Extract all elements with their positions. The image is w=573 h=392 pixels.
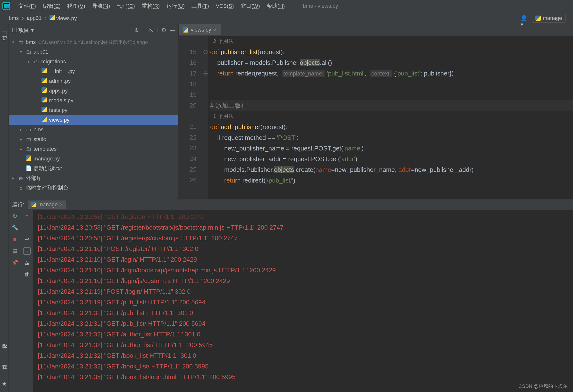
up-arrow-icon[interactable]: ↑ [23, 212, 31, 220]
divider: | [157, 27, 158, 33]
stop-icon[interactable]: ■ [11, 236, 18, 243]
window-title: bms - views.py [303, 3, 338, 9]
python-icon [31, 202, 36, 207]
menu-V[interactable]: 视图(V) [64, 2, 88, 10]
breadcrumb-item[interactable]: views.py [48, 15, 78, 22]
tree-item-testspy[interactable]: tests.py [9, 105, 178, 115]
tree-item-appspy[interactable]: apps.py [9, 86, 178, 96]
gear-icon[interactable]: ⚙ [161, 27, 166, 33]
run-label: 运行: [12, 201, 24, 208]
expand-all-icon[interactable]: ≡ [142, 27, 145, 33]
tree-item-bms[interactable]: ▸🗀bms [9, 125, 178, 134]
menu-R[interactable]: 重构(R) [138, 2, 163, 10]
user-icon[interactable]: ▾ [520, 15, 527, 21]
tab-views-py[interactable]: views.py × [179, 24, 221, 36]
breadcrumb-item[interactable]: app01 [25, 15, 43, 21]
tree-item-__init__py[interactable]: __init__.py [9, 67, 178, 76]
down-arrow-icon[interactable]: ↓ [23, 224, 31, 231]
locate-icon[interactable]: ⊕ [134, 27, 139, 33]
editor-area: views.py × 151617181920 212223242526 ⊖ ⊖… [179, 24, 573, 199]
tree-item-migrations[interactable]: ▸🗀migrations [9, 57, 178, 67]
tree-item-modelspy[interactable]: models.py [9, 96, 178, 105]
run-config-manage-button[interactable]: manage [532, 14, 566, 23]
menu-N[interactable]: 导航(N) [89, 2, 114, 10]
project-panel: 项目 ▾ ⊕ ≡ ⇱ | ⚙ — ▾🗀bmsC:\Users\Mr.Zhijun… [9, 24, 179, 199]
watermark: CSDN @跳舞的皮埃尔 [519, 383, 568, 390]
project-panel-title[interactable]: 项目 ▾ [12, 26, 34, 34]
close-icon[interactable]: × [60, 201, 63, 208]
menu-VCSS[interactable]: VCS(S) [212, 2, 237, 10]
breadcrumb-bar: bmsapp01views.py ▾ manage [0, 12, 573, 24]
tree-item-adminpy[interactable]: admin.py [9, 76, 178, 86]
project-tool-icon[interactable] [2, 32, 7, 37]
scroll-to-end-icon[interactable]: ↧ [23, 247, 31, 255]
python-icon [535, 16, 541, 21]
run-panel: 运行: manage × ↻ 🔧 ■ ▤ 📌 ↑ ↓ ↩ [9, 199, 573, 392]
menu-F[interactable]: 文件(F) [15, 2, 39, 10]
menubar: 文件(F)编辑(E)视图(V)导航(N)代码(C)重构(R)运行(U)工具(T)… [0, 0, 573, 12]
tree-item-templates[interactable]: ▸🗀templates [9, 144, 178, 154]
manage-label: manage [543, 15, 562, 21]
menu-C[interactable]: 代码(C) [113, 2, 138, 10]
console-output[interactable]: [11/Jan/2024 13:20:58] "GET /register/ H… [33, 210, 573, 392]
tree-item-viewspy[interactable]: views.py [9, 115, 178, 125]
run-toolbar-2: ↑ ↓ ↩ ↧ 🖨 🗑 [21, 210, 33, 392]
tree-item-[interactable]: ⌕临时文件和控制台 [9, 183, 178, 193]
pycharm-logo-icon [2, 2, 10, 10]
editor-tabbar: views.py × [179, 24, 573, 36]
code-editor[interactable]: 151617181920 212223242526 ⊖ ⊖ 2 个用法def p… [179, 36, 573, 199]
tree-item-bms[interactable]: ▾🗀bmsC:\Users\Mr.Zhijun\Desktop\图书管理系统dj… [9, 37, 178, 47]
tree-item-static[interactable]: ▸🗀static [9, 134, 178, 144]
collapse-all-icon[interactable]: ⇱ [149, 27, 153, 33]
breadcrumb-item[interactable]: bms [7, 15, 20, 21]
print-icon[interactable]: 🖨 [23, 259, 31, 266]
minimize-icon[interactable]: — [170, 27, 175, 33]
structure-icon[interactable]: ≡ [3, 360, 6, 366]
tree-item-managepy[interactable]: manage.py [9, 154, 178, 164]
menu-U[interactable]: 运行(U) [163, 2, 188, 10]
menu-E[interactable]: 编辑(E) [39, 2, 64, 10]
soft-wrap-icon[interactable]: ↩ [23, 236, 31, 243]
bookmarks-icon[interactable]: ★ [2, 381, 7, 387]
run-toolbar-left: ↻ 🔧 ■ ▤ 📌 [9, 210, 21, 392]
layout-icon[interactable]: ▤ [11, 247, 18, 255]
tab-label: views.py [191, 27, 211, 33]
project-tree[interactable]: ▾🗀bmsC:\Users\Mr.Zhijun\Desktop\图书管理系统dj… [9, 36, 178, 199]
menu-T[interactable]: 工具(T) [188, 2, 212, 10]
run-config-tab[interactable]: manage × [28, 200, 66, 209]
clear-icon[interactable]: 🗑 [23, 271, 31, 278]
left-tool-strip: 项目 结构 ≡ 书签 ★ [0, 24, 9, 392]
tree-item-app01[interactable]: ▾🗀app01 [9, 47, 178, 57]
pin-icon[interactable]: 📌 [11, 259, 18, 266]
tree-item-txt[interactable]: 📄启动步骤.txt [9, 164, 178, 173]
close-icon[interactable]: × [214, 27, 217, 33]
rerun-icon[interactable]: ↻ [11, 212, 18, 220]
tree-item-[interactable]: ▸⎄外部库 [9, 173, 178, 183]
wrench-icon[interactable]: 🔧 [11, 224, 18, 231]
python-icon [183, 27, 188, 33]
menu-W[interactable]: 窗口(W) [237, 2, 263, 10]
menu-H[interactable]: 帮助(H) [263, 2, 288, 10]
run-config-name: manage [38, 201, 58, 208]
